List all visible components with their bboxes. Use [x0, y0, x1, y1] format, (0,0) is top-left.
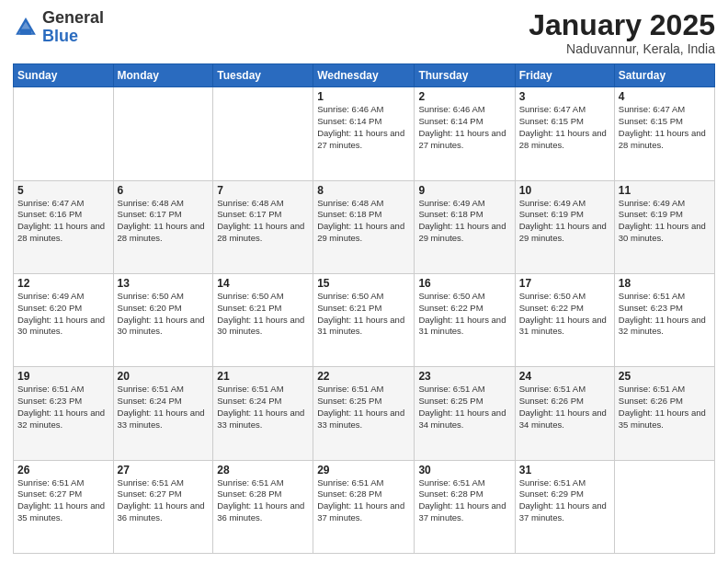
day-info: Sunrise: 6:51 AMSunset: 6:23 PMDaylight:…	[17, 384, 109, 431]
logo-text: General Blue	[42, 9, 104, 46]
day-info: Sunrise: 6:51 AMSunset: 6:26 PMDaylight:…	[519, 384, 610, 431]
table-row	[614, 460, 714, 553]
table-row: 22Sunrise: 6:51 AMSunset: 6:25 PMDayligh…	[313, 367, 415, 460]
day-info: Sunrise: 6:48 AMSunset: 6:17 PMDaylight:…	[118, 198, 210, 245]
table-row: 3Sunrise: 6:47 AMSunset: 6:15 PMDaylight…	[515, 87, 614, 180]
day-info: Sunrise: 6:51 AMSunset: 6:25 PMDaylight:…	[418, 384, 510, 431]
day-number: 10	[519, 184, 610, 197]
day-number: 29	[317, 464, 410, 477]
day-number: 23	[418, 370, 510, 383]
table-row: 11Sunrise: 6:49 AMSunset: 6:19 PMDayligh…	[614, 180, 714, 273]
table-row: 7Sunrise: 6:48 AMSunset: 6:17 PMDaylight…	[213, 180, 313, 273]
title-month: January 2025	[529, 9, 715, 41]
day-number: 13	[118, 277, 210, 290]
table-row: 18Sunrise: 6:51 AMSunset: 6:23 PMDayligh…	[614, 273, 714, 366]
table-row: 29Sunrise: 6:51 AMSunset: 6:28 PMDayligh…	[313, 460, 415, 553]
day-number: 30	[418, 464, 510, 477]
table-row: 8Sunrise: 6:48 AMSunset: 6:18 PMDaylight…	[313, 180, 415, 273]
logo-blue: Blue	[42, 27, 78, 45]
table-row: 14Sunrise: 6:50 AMSunset: 6:21 PMDayligh…	[213, 273, 313, 366]
calendar-week-row: 1Sunrise: 6:46 AMSunset: 6:14 PMDaylight…	[14, 87, 715, 180]
table-row	[113, 87, 213, 180]
day-info: Sunrise: 6:50 AMSunset: 6:22 PMDaylight:…	[418, 291, 510, 338]
table-row: 4Sunrise: 6:47 AMSunset: 6:15 PMDaylight…	[614, 87, 714, 180]
calendar-week-row: 12Sunrise: 6:49 AMSunset: 6:20 PMDayligh…	[14, 273, 715, 366]
day-info: Sunrise: 6:48 AMSunset: 6:18 PMDaylight:…	[317, 198, 410, 245]
table-row: 1Sunrise: 6:46 AMSunset: 6:14 PMDaylight…	[313, 87, 415, 180]
day-number: 18	[619, 277, 711, 290]
day-number: 7	[217, 184, 309, 197]
day-number: 14	[217, 277, 309, 290]
day-number: 27	[118, 464, 210, 477]
table-row: 9Sunrise: 6:49 AMSunset: 6:18 PMDaylight…	[415, 180, 515, 273]
table-row: 5Sunrise: 6:47 AMSunset: 6:16 PMDaylight…	[14, 180, 114, 273]
day-number: 3	[519, 90, 610, 103]
header: General Blue January 2025 Naduvannur, Ke…	[13, 9, 715, 56]
day-number: 24	[519, 370, 610, 383]
day-number: 22	[317, 370, 410, 383]
day-info: Sunrise: 6:51 AMSunset: 6:23 PMDaylight:…	[619, 291, 711, 338]
day-info: Sunrise: 6:51 AMSunset: 6:24 PMDaylight:…	[118, 384, 210, 431]
day-number: 5	[17, 184, 109, 197]
col-friday: Friday	[515, 64, 614, 87]
table-row: 25Sunrise: 6:51 AMSunset: 6:26 PMDayligh…	[614, 367, 714, 460]
calendar-table: Sunday Monday Tuesday Wednesday Thursday…	[13, 63, 715, 554]
day-info: Sunrise: 6:50 AMSunset: 6:21 PMDaylight:…	[217, 291, 309, 338]
day-info: Sunrise: 6:49 AMSunset: 6:19 PMDaylight:…	[619, 198, 711, 245]
table-row	[14, 87, 114, 180]
table-row	[213, 87, 313, 180]
table-row: 2Sunrise: 6:46 AMSunset: 6:14 PMDaylight…	[415, 87, 515, 180]
day-number: 19	[17, 370, 109, 383]
day-number: 6	[118, 184, 210, 197]
day-info: Sunrise: 6:51 AMSunset: 6:25 PMDaylight:…	[317, 384, 410, 431]
day-number: 8	[317, 184, 410, 197]
logo-general: General	[42, 8, 104, 27]
col-sunday: Sunday	[14, 64, 114, 87]
table-row: 21Sunrise: 6:51 AMSunset: 6:24 PMDayligh…	[213, 367, 313, 460]
day-number: 20	[118, 370, 210, 383]
calendar-week-row: 26Sunrise: 6:51 AMSunset: 6:27 PMDayligh…	[14, 460, 715, 553]
calendar-week-row: 19Sunrise: 6:51 AMSunset: 6:23 PMDayligh…	[14, 367, 715, 460]
day-info: Sunrise: 6:46 AMSunset: 6:14 PMDaylight:…	[317, 104, 410, 151]
col-saturday: Saturday	[614, 64, 714, 87]
day-info: Sunrise: 6:47 AMSunset: 6:15 PMDaylight:…	[519, 104, 610, 151]
day-number: 2	[418, 90, 510, 103]
calendar-header-row: Sunday Monday Tuesday Wednesday Thursday…	[14, 64, 715, 87]
table-row: 10Sunrise: 6:49 AMSunset: 6:19 PMDayligh…	[515, 180, 614, 273]
day-number: 4	[619, 90, 711, 103]
table-row: 30Sunrise: 6:51 AMSunset: 6:28 PMDayligh…	[415, 460, 515, 553]
day-info: Sunrise: 6:51 AMSunset: 6:24 PMDaylight:…	[217, 384, 309, 431]
day-info: Sunrise: 6:49 AMSunset: 6:20 PMDaylight:…	[17, 291, 109, 338]
day-info: Sunrise: 6:49 AMSunset: 6:19 PMDaylight:…	[519, 198, 610, 245]
table-row: 13Sunrise: 6:50 AMSunset: 6:20 PMDayligh…	[113, 273, 213, 366]
day-number: 9	[418, 184, 510, 197]
day-info: Sunrise: 6:47 AMSunset: 6:16 PMDaylight:…	[17, 198, 109, 245]
day-number: 12	[17, 277, 109, 290]
day-info: Sunrise: 6:50 AMSunset: 6:21 PMDaylight:…	[317, 291, 410, 338]
day-info: Sunrise: 6:46 AMSunset: 6:14 PMDaylight:…	[418, 104, 510, 151]
day-info: Sunrise: 6:48 AMSunset: 6:17 PMDaylight:…	[217, 198, 309, 245]
table-row: 26Sunrise: 6:51 AMSunset: 6:27 PMDayligh…	[14, 460, 114, 553]
col-monday: Monday	[113, 64, 213, 87]
title-location: Naduvannur, Kerala, India	[529, 41, 715, 56]
table-row: 6Sunrise: 6:48 AMSunset: 6:17 PMDaylight…	[113, 180, 213, 273]
title-block: January 2025 Naduvannur, Kerala, India	[529, 9, 715, 56]
day-number: 26	[17, 464, 109, 477]
day-info: Sunrise: 6:50 AMSunset: 6:22 PMDaylight:…	[519, 291, 610, 338]
day-info: Sunrise: 6:51 AMSunset: 6:27 PMDaylight:…	[17, 477, 109, 524]
table-row: 27Sunrise: 6:51 AMSunset: 6:27 PMDayligh…	[113, 460, 213, 553]
calendar-week-row: 5Sunrise: 6:47 AMSunset: 6:16 PMDaylight…	[14, 180, 715, 273]
day-number: 21	[217, 370, 309, 383]
col-thursday: Thursday	[415, 64, 515, 87]
day-number: 16	[418, 277, 510, 290]
table-row: 17Sunrise: 6:50 AMSunset: 6:22 PMDayligh…	[515, 273, 614, 366]
day-info: Sunrise: 6:51 AMSunset: 6:28 PMDaylight:…	[317, 477, 410, 524]
svg-rect-2	[20, 29, 31, 34]
day-info: Sunrise: 6:51 AMSunset: 6:27 PMDaylight:…	[118, 477, 210, 524]
table-row: 24Sunrise: 6:51 AMSunset: 6:26 PMDayligh…	[515, 367, 614, 460]
table-row: 31Sunrise: 6:51 AMSunset: 6:29 PMDayligh…	[515, 460, 614, 553]
day-number: 15	[317, 277, 410, 290]
table-row: 28Sunrise: 6:51 AMSunset: 6:28 PMDayligh…	[213, 460, 313, 553]
col-wednesday: Wednesday	[313, 64, 415, 87]
day-info: Sunrise: 6:51 AMSunset: 6:28 PMDaylight:…	[217, 477, 309, 524]
